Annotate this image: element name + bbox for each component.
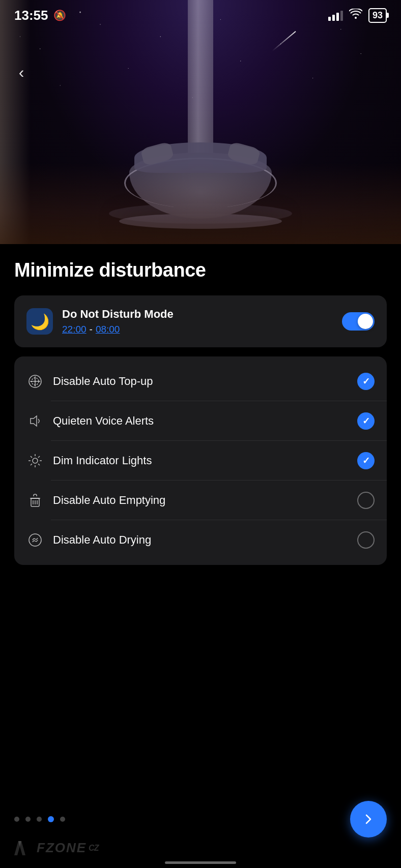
dnd-start-time[interactable]: 22:00: [62, 324, 87, 335]
hero-background: [0, 0, 401, 244]
nav-dot-2[interactable]: [25, 817, 31, 822]
dnd-end-time[interactable]: 08:00: [96, 324, 120, 335]
option-row-dim-indicator-lights[interactable]: Dim Indicator Lights ✓: [14, 441, 387, 481]
option-label-disable-auto-drying: Disable Auto Drying: [53, 533, 348, 547]
status-time-area: 13:55 🔕: [14, 8, 66, 23]
option-row-disable-auto-drying[interactable]: Disable Auto Drying: [14, 520, 387, 560]
curtain-decoration: [0, 0, 31, 244]
option-check-quieten-voice-alerts[interactable]: ✓: [357, 412, 375, 430]
svg-marker-22: [18, 841, 25, 855]
back-chevron-icon: ‹: [19, 64, 24, 80]
svg-marker-4: [31, 416, 37, 426]
speaker-icon: [26, 412, 44, 430]
drying-icon: [26, 531, 44, 549]
bottom-nav: [0, 801, 401, 837]
svg-point-6: [33, 458, 38, 463]
svg-point-20: [29, 534, 41, 546]
option-label-dim-indicator-lights: Dim Indicator Lights: [53, 454, 348, 467]
option-check-disable-auto-emptying[interactable]: [357, 492, 375, 509]
svg-line-12: [38, 464, 40, 465]
hero-image: [0, 0, 401, 244]
nav-dot-1[interactable]: [14, 817, 19, 822]
wifi-icon: [349, 9, 362, 22]
svg-line-11: [31, 456, 32, 458]
content-area: Minimize disturbance 🌙 Do Not Disturb Mo…: [0, 244, 401, 565]
option-row-disable-auto-top-up[interactable]: Disable Auto Top-up ✓: [14, 362, 387, 401]
option-label-disable-auto-top-up: Disable Auto Top-up: [53, 375, 348, 388]
bell-muted-icon: 🔕: [53, 9, 66, 21]
page-title: Minimize disturbance: [14, 259, 387, 281]
dnd-info: Do Not Disturb Mode 22:00 - 08:00: [62, 308, 333, 335]
dnd-times: 22:00 - 08:00: [62, 324, 333, 335]
next-button[interactable]: [350, 801, 387, 837]
dnd-title: Do Not Disturb Mode: [62, 308, 333, 321]
option-label-disable-auto-emptying: Disable Auto Emptying: [53, 494, 348, 507]
option-check-dim-indicator-lights[interactable]: ✓: [357, 452, 375, 469]
option-label-quieten-voice-alerts: Quieten Voice Alerts: [53, 414, 348, 428]
shooting-star-decoration: [272, 31, 296, 51]
nav-dot-3[interactable]: [37, 817, 42, 822]
dnd-card: 🌙 Do Not Disturb Mode 22:00 - 08:00: [14, 295, 387, 347]
back-button[interactable]: ‹: [10, 61, 33, 83]
top-up-icon: [26, 373, 44, 390]
option-check-disable-auto-top-up[interactable]: ✓: [357, 373, 375, 390]
svg-line-14: [31, 464, 32, 465]
watermark-text: FZone CZ: [14, 840, 98, 856]
svg-line-13: [38, 456, 40, 458]
battery-icon: 93: [368, 8, 387, 23]
sun-icon: [26, 452, 44, 469]
sofa-decoration: [114, 127, 287, 229]
dustbin-icon: [26, 492, 44, 509]
dnd-toggle-knob: [358, 314, 373, 329]
pagination-dots: [14, 816, 65, 822]
option-row-disable-auto-emptying[interactable]: Disable Auto Emptying: [14, 481, 387, 520]
nav-dot-4-active[interactable]: [48, 816, 54, 822]
option-row-quieten-voice-alerts[interactable]: Quieten Voice Alerts ✓: [14, 401, 387, 441]
dnd-time-separator: -: [90, 324, 93, 335]
watermark: FZone CZ: [14, 840, 98, 856]
signal-icon: [328, 10, 343, 21]
options-card: Disable Auto Top-up ✓ Quieten Voice Aler…: [14, 356, 387, 565]
status-time: 13:55: [14, 8, 48, 23]
dnd-icon: 🌙: [26, 308, 53, 335]
battery-level: 93: [373, 10, 383, 20]
status-right: 93: [328, 8, 387, 23]
home-indicator: [165, 861, 236, 864]
option-check-disable-auto-drying[interactable]: [357, 531, 375, 549]
dnd-toggle[interactable]: [342, 312, 375, 331]
status-bar: 13:55 🔕 93: [0, 0, 401, 31]
nav-dot-5[interactable]: [60, 817, 65, 822]
